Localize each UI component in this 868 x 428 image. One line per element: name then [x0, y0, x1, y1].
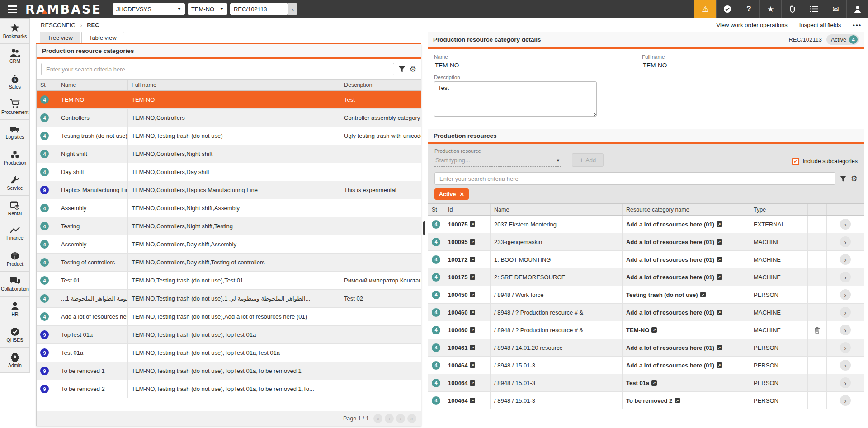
- warning-icon[interactable]: ⚠: [694, 0, 716, 18]
- open-row-chevron-button[interactable]: ›: [840, 325, 851, 335]
- resource-row[interactable]: 4 100460↗ / 8948 / ? Production resource…: [428, 321, 864, 339]
- open-item-icon[interactable]: ↗: [470, 274, 475, 280]
- column-header-resource-category-name[interactable]: Resource category name: [623, 204, 750, 215]
- category-row[interactable]: 4 Testing of controllers TEM-NO,Controll…: [37, 254, 421, 272]
- column-header-description[interactable]: Description: [340, 80, 421, 90]
- open-item-icon[interactable]: ↗: [700, 292, 706, 297]
- description-textarea[interactable]: Test: [434, 81, 597, 117]
- verified-badge-icon[interactable]: [716, 0, 738, 18]
- splitter-handle[interactable]: [423, 221, 425, 235]
- tab-table-view[interactable]: Table view: [81, 32, 124, 43]
- open-item-icon[interactable]: ↗: [470, 380, 475, 386]
- category-row[interactable]: 4 ...لي ومنظومة الظواهر الملحوظة 1 TEM-N…: [37, 290, 421, 308]
- back-button[interactable]: ‹: [288, 3, 297, 15]
- list-icon[interactable]: [803, 0, 825, 18]
- category-row[interactable]: 4 Add a lot of resources here (01) TEM-N…: [37, 308, 421, 326]
- column-header-full-name[interactable]: Full name: [128, 80, 340, 90]
- resource-row[interactable]: 4 100460↗ / 8948 / ? Production resource…: [428, 304, 864, 321]
- sidebar-item-hr[interactable]: HR: [0, 297, 30, 322]
- category-row[interactable]: 9 Test 01a TEM-NO,Testing trash (do not …: [37, 344, 421, 362]
- user-icon[interactable]: [846, 0, 868, 18]
- filter-icon[interactable]: [399, 66, 405, 72]
- resource-row[interactable]: 4 100075↗ 2037 Ekstern Montering Add a l…: [428, 216, 864, 233]
- category-row[interactable]: 9 TopTest 01a TEM-NO,Testing trash (do n…: [37, 326, 421, 344]
- sidebar-item-sales[interactable]: $ Sales: [0, 69, 30, 94]
- category-row[interactable]: 9 To be removed 1 TEM-NO,Testing trash (…: [37, 362, 421, 380]
- open-item-icon[interactable]: ↗: [470, 345, 475, 350]
- help-icon[interactable]: ?: [738, 0, 760, 18]
- resource-row[interactable]: 4 100461↗ / 8948 / 14.01.20 resource Add…: [428, 339, 864, 357]
- open-item-icon[interactable]: ↗: [470, 292, 475, 297]
- category-row[interactable]: 4 Testing trash (do not use) TEM-NO,Test…: [37, 127, 421, 145]
- sidebar-item-production[interactable]: Production: [0, 145, 30, 170]
- resource-row[interactable]: 4 100172↗ 1: BOOT MOUNTING Add a lot of …: [428, 251, 864, 268]
- resources-search-input[interactable]: [434, 172, 835, 185]
- system-select[interactable]: JHCDEVSYS▼: [113, 3, 185, 15]
- column-header-name[interactable]: Name: [57, 80, 128, 90]
- open-row-chevron-button[interactable]: ›: [840, 342, 851, 353]
- resource-row[interactable]: 4 100464↗ / 8948 / 15.01-3 Test 01a↗ PER…: [428, 374, 864, 392]
- prev-page-button[interactable]: ‹: [385, 414, 394, 423]
- open-item-icon[interactable]: ↗: [717, 239, 722, 245]
- open-item-icon[interactable]: ↗: [470, 362, 475, 368]
- active-filter-chip[interactable]: Active ✕: [434, 188, 469, 200]
- category-row[interactable]: 9 To be removed 2 TEM-NO,Testing trash (…: [37, 380, 421, 398]
- column-header-st[interactable]: St: [428, 204, 444, 215]
- table-settings-gear-icon[interactable]: ⚙: [410, 66, 416, 73]
- panel-splitter[interactable]: [421, 32, 428, 428]
- sidebar-item-product[interactable]: Product: [0, 246, 30, 272]
- open-row-chevron-button[interactable]: ›: [840, 360, 851, 371]
- category-row[interactable]: 4 Assembly TEM-NO,Controllers,Night shif…: [37, 199, 421, 217]
- sidebar-item-procurement[interactable]: Procurement: [0, 94, 30, 120]
- table-settings-gear-icon[interactable]: ⚙: [851, 175, 858, 183]
- open-row-chevron-button[interactable]: ›: [840, 307, 851, 318]
- resource-row[interactable]: 4 100464↗ / 8948 / 15.01-3 To be removed…: [428, 392, 864, 409]
- resource-row[interactable]: 4 100095↗ 233-gjengemaskin Add a lot of …: [428, 233, 864, 251]
- open-item-icon[interactable]: ↗: [675, 398, 680, 403]
- column-header-id[interactable]: Id: [444, 204, 491, 215]
- open-item-icon[interactable]: ↗: [470, 398, 475, 403]
- open-row-chevron-button[interactable]: ›: [840, 289, 851, 300]
- open-item-icon[interactable]: ↗: [717, 257, 722, 262]
- inspect-all-fields-link[interactable]: Inspect all fields: [799, 22, 841, 28]
- status-pill[interactable]: Active 4: [826, 34, 859, 45]
- sidebar-item-bookmarks[interactable]: Bookmarks: [0, 19, 30, 44]
- category-row[interactable]: 4 Controllers TEM-NO,Controllers Control…: [37, 109, 421, 127]
- open-row-chevron-button[interactable]: ›: [840, 377, 851, 388]
- column-header-name[interactable]: Name: [491, 204, 623, 215]
- category-row[interactable]: 4 Day shift TEM-NO,Controllers,Day shift: [37, 163, 421, 181]
- open-item-icon[interactable]: ↗: [470, 310, 475, 315]
- category-row[interactable]: 4 Testing TEM-NO,Controllers,Night shift…: [37, 217, 421, 235]
- categories-search-input[interactable]: [41, 63, 394, 75]
- sidebar-item-logistics[interactable]: Logistics: [0, 120, 30, 145]
- add-resource-button[interactable]: + Add: [572, 153, 604, 167]
- open-item-icon[interactable]: ↗: [717, 362, 722, 368]
- production-resource-combobox[interactable]: Start typing... ▼: [434, 155, 561, 167]
- open-item-icon[interactable]: ↗: [717, 221, 722, 227]
- open-item-icon[interactable]: ↗: [470, 239, 475, 245]
- sidebar-item-collaboration[interactable]: Collaboration: [0, 272, 30, 297]
- category-row[interactable]: 4 Night shift TEM-NO,Controllers,Night s…: [37, 145, 421, 163]
- resource-row[interactable]: 4 100175↗ 2: SRE DEMORESOURCE Add a lot …: [428, 268, 864, 286]
- resource-row[interactable]: 4 100464↗ / 8948 / 15.01-3 Add a lot of …: [428, 357, 864, 374]
- sidebar-item-rental[interactable]: $ Rental: [0, 196, 30, 221]
- resource-row[interactable]: 4 100450↗ / 8948 / Work force Testing tr…: [428, 286, 864, 304]
- view-work-order-operations-link[interactable]: View work order operations: [717, 22, 788, 28]
- favorites-star-icon[interactable]: ★: [760, 0, 781, 18]
- category-row[interactable]: 4 Assembly TEM-NO,Controllers,Day shift,…: [37, 235, 421, 254]
- open-item-icon[interactable]: ↗: [470, 221, 475, 227]
- attachment-icon[interactable]: [781, 0, 803, 18]
- category-row[interactable]: 4 Test 01 TEM-NO,Testing trash (do not u…: [37, 272, 421, 290]
- open-item-icon[interactable]: ↗: [651, 380, 657, 386]
- column-header-type[interactable]: Type: [750, 204, 808, 215]
- breadcrumb-root[interactable]: RESCONFIG: [41, 22, 75, 28]
- category-row[interactable]: 4 TEM-NO TEM-NO Test: [37, 91, 421, 109]
- open-item-icon[interactable]: ↗: [651, 327, 657, 333]
- object-id-input[interactable]: [230, 3, 288, 15]
- last-page-button[interactable]: »: [407, 414, 416, 423]
- mail-icon[interactable]: ✉: [825, 0, 846, 18]
- module-select[interactable]: TEM-NO▼: [188, 3, 227, 15]
- sidebar-item-qhses[interactable]: QHSES: [0, 322, 30, 348]
- open-row-chevron-button[interactable]: ›: [840, 395, 851, 406]
- open-item-icon[interactable]: ↗: [470, 257, 475, 262]
